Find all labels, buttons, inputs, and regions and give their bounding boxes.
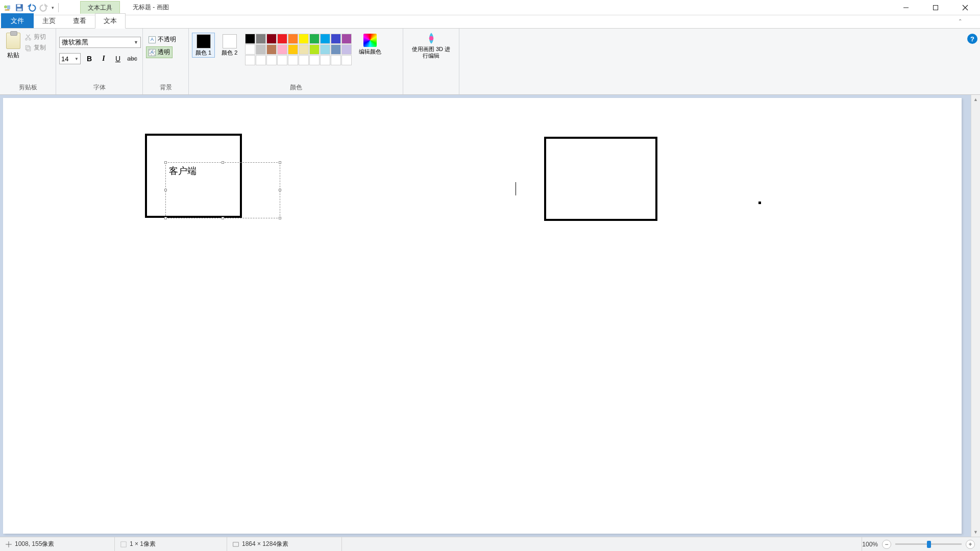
palette-color[interactable] bbox=[341, 34, 352, 44]
save-icon[interactable] bbox=[15, 3, 24, 12]
canvas[interactable]: 客户端 bbox=[3, 98, 962, 534]
cut-label: 剪切 bbox=[34, 33, 46, 41]
group-label-clipboard: 剪贴板 bbox=[3, 82, 53, 94]
palette-color[interactable] bbox=[341, 55, 352, 65]
svg-rect-5 bbox=[934, 6, 938, 10]
palette-color[interactable] bbox=[299, 44, 309, 55]
paint3d-button[interactable]: 使用画图 3D 进行编辑 bbox=[407, 31, 456, 60]
copy-button: 复制 bbox=[24, 43, 46, 52]
color2-swatch bbox=[223, 34, 237, 48]
group-paint3d: 使用画图 3D 进行编辑 bbox=[403, 29, 459, 94]
palette-color[interactable] bbox=[266, 44, 277, 55]
vertical-scrollbar[interactable]: ▲ ▼ bbox=[971, 95, 980, 537]
edit-colors-label: 编辑颜色 bbox=[359, 48, 381, 55]
palette-color[interactable] bbox=[320, 55, 330, 65]
svg-rect-8 bbox=[26, 45, 29, 49]
font-size-select[interactable]: 14 ▼ bbox=[59, 53, 81, 64]
collapse-ribbon-icon[interactable]: ⌃ bbox=[958, 18, 962, 24]
cut-icon bbox=[24, 34, 32, 41]
resize-handle[interactable] bbox=[164, 217, 167, 219]
palette-color[interactable] bbox=[331, 44, 341, 55]
zoom-in-button[interactable]: + bbox=[966, 540, 975, 549]
palette-color[interactable] bbox=[288, 34, 298, 44]
font-family-select[interactable]: 微软雅黑 ▼ bbox=[59, 37, 141, 48]
svg-point-6 bbox=[26, 38, 28, 40]
italic-button[interactable]: I bbox=[98, 53, 109, 64]
scroll-up-icon[interactable]: ▲ bbox=[971, 95, 980, 104]
resize-handle[interactable] bbox=[222, 217, 224, 219]
palette-color[interactable] bbox=[266, 34, 277, 44]
resize-handle[interactable] bbox=[164, 161, 167, 164]
palette-color[interactable] bbox=[288, 55, 298, 65]
group-label-empty bbox=[406, 83, 456, 94]
tab-home[interactable]: 主页 bbox=[34, 13, 64, 28]
minimize-button[interactable] bbox=[891, 0, 921, 15]
chevron-down-icon: ▼ bbox=[134, 40, 138, 45]
edit-colors-button[interactable]: 编辑颜色 bbox=[356, 33, 384, 56]
cursor-pos-value: 1008, 155像素 bbox=[15, 540, 54, 548]
resize-handle[interactable] bbox=[222, 161, 224, 164]
quick-access-toolbar: ▾ bbox=[0, 3, 60, 12]
zoom-value: 100% bbox=[862, 541, 878, 548]
tab-text[interactable]: 文本 bbox=[95, 13, 126, 29]
palette-color[interactable] bbox=[245, 44, 255, 55]
palette-color[interactable] bbox=[245, 34, 255, 44]
color1-button[interactable]: 颜色 1 bbox=[192, 33, 215, 58]
svg-rect-12 bbox=[233, 542, 239, 546]
palette-color[interactable] bbox=[331, 34, 341, 44]
palette-color[interactable] bbox=[341, 44, 352, 55]
text-box-content[interactable]: 客户端 bbox=[166, 163, 280, 179]
tab-view[interactable]: 查看 bbox=[64, 13, 95, 28]
zoom-out-button[interactable]: − bbox=[882, 540, 891, 549]
zoom-slider[interactable] bbox=[895, 543, 962, 545]
resize-handle[interactable] bbox=[279, 189, 281, 191]
zoom-slider-thumb[interactable] bbox=[927, 541, 931, 548]
palette-color[interactable] bbox=[299, 34, 309, 44]
tab-file[interactable]: 文件 bbox=[1, 13, 34, 28]
scroll-down-icon[interactable]: ▼ bbox=[971, 528, 980, 537]
palette-color[interactable] bbox=[320, 34, 330, 44]
palette-color[interactable] bbox=[320, 44, 330, 55]
palette-color[interactable] bbox=[309, 55, 320, 65]
palette-color[interactable] bbox=[309, 44, 320, 55]
maximize-button[interactable] bbox=[921, 0, 950, 15]
undo-icon[interactable] bbox=[27, 3, 36, 12]
drawn-dot bbox=[758, 202, 761, 204]
strikethrough-button[interactable]: abc bbox=[127, 53, 138, 64]
context-tool-tab: 文本工具 bbox=[80, 1, 120, 14]
palette-color[interactable] bbox=[331, 55, 341, 65]
palette-color[interactable] bbox=[245, 55, 255, 65]
font-family-value: 微软雅黑 bbox=[62, 38, 88, 47]
resize-handle[interactable] bbox=[279, 161, 281, 164]
color2-button[interactable]: 颜色 2 bbox=[218, 33, 241, 58]
palette-color[interactable] bbox=[266, 55, 277, 65]
palette-color[interactable] bbox=[256, 44, 266, 55]
palette-color[interactable] bbox=[288, 44, 298, 55]
document-title: 无标题 - 画图 bbox=[133, 3, 169, 12]
color-palette bbox=[244, 33, 353, 66]
underline-button[interactable]: U bbox=[112, 53, 124, 64]
status-selection-size: 1 × 1像素 bbox=[115, 537, 227, 551]
paste-button[interactable]: 粘贴 bbox=[3, 31, 23, 62]
palette-color[interactable] bbox=[309, 34, 320, 44]
palette-color[interactable] bbox=[277, 55, 287, 65]
status-spacer bbox=[342, 537, 862, 551]
qat-dropdown-icon[interactable]: ▾ bbox=[52, 5, 54, 10]
opaque-button[interactable]: 不透明 bbox=[146, 34, 179, 45]
text-box[interactable]: 客户端 bbox=[165, 162, 280, 218]
paste-label: 粘贴 bbox=[7, 51, 19, 60]
palette-color[interactable] bbox=[256, 34, 266, 44]
palette-color[interactable] bbox=[299, 55, 309, 65]
redo-icon[interactable] bbox=[39, 3, 48, 12]
palette-color[interactable] bbox=[256, 55, 266, 65]
separator bbox=[58, 3, 59, 12]
group-font: 微软雅黑 ▼ 14 ▼ B I U abc 字体 bbox=[56, 29, 143, 94]
resize-handle[interactable] bbox=[279, 217, 281, 219]
resize-handle[interactable] bbox=[164, 189, 167, 191]
transparent-button[interactable]: 透明 bbox=[146, 46, 173, 58]
palette-color[interactable] bbox=[277, 34, 287, 44]
close-button[interactable] bbox=[950, 0, 980, 15]
bold-button[interactable]: B bbox=[84, 53, 95, 64]
palette-color[interactable] bbox=[277, 44, 287, 55]
help-icon[interactable]: ? bbox=[967, 34, 977, 44]
